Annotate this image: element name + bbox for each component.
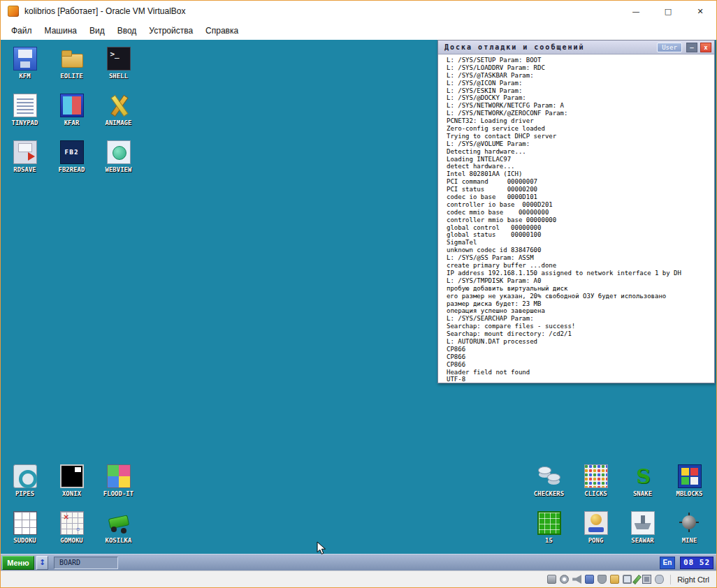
- debug-board-window: Доска отладки и сообщений User – x L: /S…: [437, 40, 715, 383]
- start-menu-button[interactable]: Меню: [2, 556, 34, 570]
- taskbar-clock[interactable]: 08 52: [680, 557, 714, 569]
- desktop-icon-seawar[interactable]: SEAWAR: [619, 510, 666, 557]
- close-button[interactable]: ✕: [684, 1, 716, 22]
- console-line: L: /SYS/ESKIN Param:: [447, 87, 711, 95]
- menu-bar: Файл Машина Вид Ввод Устройства Справка: [1, 22, 716, 40]
- console-line: create primary buffer ...done: [447, 262, 711, 270]
- console-line: пробую добавить виртуальный диск: [447, 285, 711, 293]
- console-line: L: /SYS/TMPDISK Param: A0: [447, 277, 711, 285]
- menu-help[interactable]: Справка: [199, 23, 245, 38]
- window-title: kolibrios [Работает] - Oracle VM Virtual…: [24, 6, 186, 16]
- desktop-icon-eolite[interactable]: EOLITE: [48, 45, 95, 92]
- console-line: PCNET32: Loading driver: [447, 117, 711, 125]
- debug-console: L: /SYS/SETUP Param: BOOT L: /SYS/LOADDR…: [447, 57, 711, 381]
- desktop-icon-kosilka[interactable]: KOSILKA: [95, 510, 142, 557]
- console-line: IP address 192.168.1.150 assigned to net…: [447, 270, 711, 277]
- icon-label: SNAKE: [633, 490, 652, 497]
- console-line: SigmaTel: [447, 239, 711, 247]
- debug-close-button[interactable]: x: [700, 43, 711, 52]
- icon-label: FB2READ: [59, 166, 85, 173]
- desktop-icon-pong[interactable]: PONG: [572, 510, 619, 557]
- desktop-icon-fb2read[interactable]: FB2READ: [48, 139, 95, 186]
- desktop[interactable]: KFM EOLITE SHELL TINYPAD KFAR ANIMAGE: [1, 40, 716, 571]
- desktop-icon-15[interactable]: 15: [526, 510, 572, 557]
- color-dots-icon: [584, 464, 608, 488]
- console-line: codec mmio base 00000000: [447, 209, 711, 216]
- desktop-icon-mblocks[interactable]: MBLOCKS: [666, 463, 713, 510]
- checkers-pieces-icon: [537, 464, 561, 488]
- menu-devices[interactable]: Устройства: [143, 23, 199, 38]
- taskbar-updown-button[interactable]: ↕: [36, 556, 48, 570]
- icon-label: GOMOKU: [60, 537, 83, 544]
- desktop-icons-bottom-left: PIPES XONIX FLOOD-IT SUDOKU GOMOKU KOSIL…: [1, 463, 142, 557]
- console-line: global control 00000000: [447, 224, 711, 232]
- icon-label: MINE: [682, 537, 697, 544]
- file-manager-icon: [60, 94, 84, 117]
- display-icon[interactable]: [623, 575, 632, 584]
- menu-view[interactable]: Вид: [83, 23, 111, 38]
- icon-label: KFM: [19, 73, 30, 80]
- desktop-icon-gomoku[interactable]: GOMOKU: [48, 510, 95, 557]
- console-line: Intel 802801AA (ICH): [447, 170, 711, 178]
- taskbar-task-board[interactable]: BOARD: [54, 557, 118, 569]
- icon-label: KFAR: [64, 119, 80, 126]
- optical-drives-icon[interactable]: [560, 575, 569, 584]
- console-line: global status 00000100: [447, 231, 711, 239]
- menu-file[interactable]: Файл: [5, 23, 38, 38]
- language-indicator[interactable]: En: [660, 557, 675, 569]
- icon-label: TINYPAD: [12, 119, 38, 126]
- desktop-icon-xonix[interactable]: XONIX: [48, 463, 95, 510]
- mouse-integration-icon[interactable]: [655, 575, 664, 584]
- console-line: Header field not found: [447, 369, 711, 376]
- console-line: Loading INTELAC97: [447, 156, 711, 163]
- xonix-icon: [60, 464, 84, 488]
- menu-input[interactable]: Ввод: [111, 23, 143, 38]
- minimize-button[interactable]: —: [620, 1, 652, 22]
- desktop-icons-top-left: KFM EOLITE SHELL TINYPAD KFAR ANIMAGE: [1, 45, 142, 186]
- menu-machine[interactable]: Машина: [38, 23, 83, 38]
- desktop-icon-animage[interactable]: ANIMAGE: [95, 92, 142, 139]
- hard-disks-icon[interactable]: [547, 575, 556, 584]
- console-line: Detecting hardware...: [447, 148, 711, 156]
- video-capture-icon[interactable]: [632, 575, 642, 585]
- network-icon[interactable]: [585, 575, 594, 584]
- audio-icon[interactable]: [572, 575, 581, 584]
- desktop-icon-snake[interactable]: SNAKE: [619, 463, 666, 510]
- console-line: L: /SYS/@SS Param: ASSM: [447, 254, 711, 262]
- desktop-icon-webview[interactable]: WEBVIEW: [95, 139, 142, 186]
- desktop-icon-mine[interactable]: MINE: [666, 510, 713, 557]
- desktop-icon-sudoku[interactable]: SUDOKU: [1, 510, 48, 557]
- folder-icon: [60, 47, 84, 71]
- user-button[interactable]: User: [657, 43, 682, 52]
- host-key-label: Right Ctrl: [677, 575, 709, 584]
- desktop-icon-kfm[interactable]: KFM: [1, 45, 48, 92]
- debug-window-titlebar[interactable]: Доска отладки и сообщений User – x: [438, 41, 714, 54]
- console-line: Searchap: mount directory: /cd2/1: [447, 330, 711, 338]
- mine-icon: [678, 511, 702, 535]
- icon-label: XONIX: [62, 490, 81, 497]
- virtualbox-window: kolibrios [Работает] - Oracle VM Virtual…: [0, 0, 717, 588]
- shared-folders-icon[interactable]: [610, 575, 619, 584]
- console-line: controller mmio base 00000000: [447, 216, 711, 224]
- debug-minimize-button[interactable]: –: [686, 43, 697, 52]
- pong-icon: [584, 511, 608, 535]
- desktop-icon-flood-it[interactable]: FLOOD-IT: [95, 463, 142, 510]
- desktop-icon-pipes[interactable]: PIPES: [1, 463, 48, 510]
- pencils-icon: [107, 94, 131, 117]
- desktop-icon-clicks[interactable]: CLICKS: [572, 463, 619, 510]
- usb-icon[interactable]: [598, 575, 607, 584]
- desktop-icon-shell[interactable]: SHELL: [95, 45, 142, 92]
- console-line: L: /SYS/@DOCKY Param:: [447, 94, 711, 102]
- maximize-button[interactable]: □: [652, 1, 684, 22]
- features-icon[interactable]: [642, 575, 651, 584]
- globe-icon: [107, 140, 131, 164]
- desktop-icon-checkers[interactable]: CHECKERS: [526, 463, 572, 510]
- desktop-icon-kfar[interactable]: KFAR: [48, 92, 95, 139]
- console-line: CP866: [447, 346, 711, 353]
- desktop-icon-rdsave[interactable]: RDSAVE: [1, 139, 48, 186]
- desktop-icon-tinypad[interactable]: TINYPAD: [1, 92, 48, 139]
- console-line: размер диска будет: 23 MB: [447, 300, 711, 308]
- icon-label: RDSAVE: [13, 166, 36, 173]
- console-line: L: /SYS/NETWORK/NETCFG Param: A: [447, 102, 711, 110]
- title-bar: kolibrios [Работает] - Oracle VM Virtual…: [1, 1, 716, 22]
